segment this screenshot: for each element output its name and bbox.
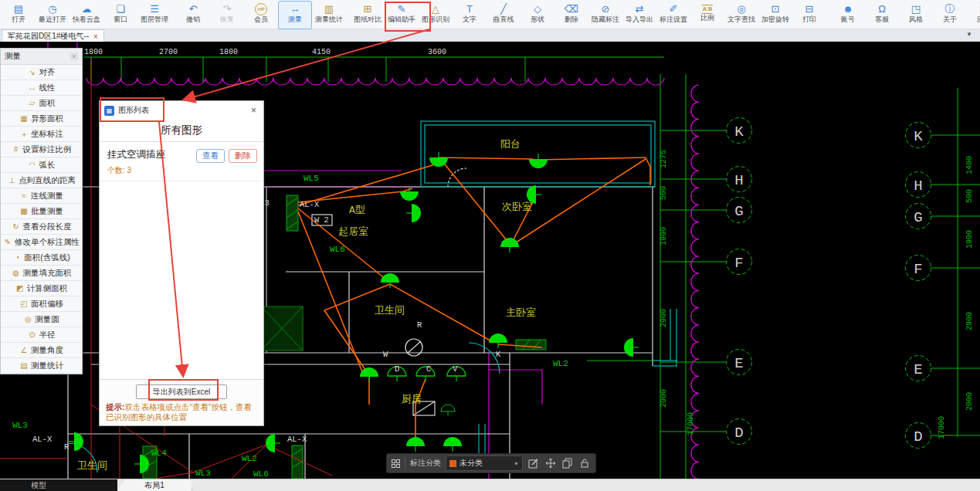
toolbar-button-redo[interactable]: ↷恢复	[210, 1, 244, 29]
measure-tool-线性[interactable]: ↔线性	[1, 80, 82, 96]
measure-tool-icon: ≈	[19, 191, 29, 200]
classify-dropdown[interactable]: 未分类 ▼	[446, 455, 523, 471]
customer-service-icon: Ω	[878, 2, 886, 15]
import-export-icon: ⇄	[636, 2, 644, 15]
measure-tool-label: 测量填充面积	[23, 268, 72, 279]
lock-icon[interactable]	[578, 457, 591, 469]
toolbar-button-about[interactable]: ⓘ关于	[933, 1, 967, 29]
drawing-label: G	[914, 209, 922, 226]
toolbar-button-scale[interactable]: A:B比例	[690, 1, 724, 29]
dialog-titlebar[interactable]: ▦ 图形列表 ×	[100, 101, 263, 120]
toolbar-button-hide-annotations[interactable]: ⊘隐藏标注	[588, 1, 622, 29]
toolbar-button-undo[interactable]: ↶撤销	[176, 1, 210, 29]
hide-annotations-icon: ⊘	[602, 2, 610, 15]
measure-tool-label: 修改单个标注属性	[15, 237, 80, 248]
measure-tool-异形面积[interactable]: ▦异形面积	[1, 111, 82, 127]
measure-tool-label: 设置标注比例	[23, 144, 72, 155]
toolbar-button-measure-stats[interactable]: ▥测量统计	[312, 1, 346, 29]
measure-tool-测量统计[interactable]: ▤测量统计	[1, 358, 82, 374]
graphics-list-row[interactable]: 挂式空调插座个数: 3查看删除	[100, 142, 263, 181]
edit-icon[interactable]	[527, 457, 540, 469]
dialog-close-icon[interactable]: ×	[249, 105, 259, 116]
drawing-label: 1800	[84, 48, 103, 56]
toolbar-button-apps[interactable]: ◫应用	[967, 1, 980, 29]
toolbar-button-layer-manager[interactable]: ☰图层管理	[137, 1, 171, 29]
drawing-label: R	[64, 442, 70, 452]
toolbar-button-print[interactable]: ⊟打印	[792, 1, 826, 29]
export-excel-button[interactable]: 导出列表到Excel	[136, 384, 227, 399]
delete-button[interactable]: 删除	[229, 149, 257, 163]
toolbar-button-annotation-settings[interactable]: ✐标注设置	[656, 1, 690, 29]
move-icon[interactable]	[544, 457, 557, 469]
grid-icon[interactable]	[392, 459, 400, 468]
measure-tool-计算侧面积[interactable]: ◩计算侧面积	[1, 281, 82, 296]
measure-tool-面积(含弧线)[interactable]: ◔面积(含弧线)	[1, 250, 82, 266]
toolbar-button-cloud-drive[interactable]: ☁快看云盘	[70, 1, 103, 29]
view-button[interactable]: 查看	[196, 149, 225, 163]
toolbar-button-shapes[interactable]: ◇形状	[521, 1, 554, 29]
toolbar-button-curve-line[interactable]: ╱曲直线	[487, 1, 521, 29]
dialog-section-header: 所有图形	[100, 120, 263, 142]
toolbar-button-label: 快看云盘	[73, 15, 100, 24]
measure-tool-icon: ◍	[12, 269, 21, 277]
measure-tool-坐标标注[interactable]: ＋坐标标注	[1, 127, 82, 142]
print-icon: ⊟	[805, 2, 814, 15]
measure-tool-对齐[interactable]: ↘对齐	[1, 65, 82, 80]
tab-layout1[interactable]: 布局1	[117, 479, 192, 491]
drawing-label: 卫生间	[375, 305, 405, 317]
tabstrip-dropdown-icon[interactable]: ▼	[966, 31, 972, 38]
measure-tool-连线测量[interactable]: ≈连线测量	[1, 188, 82, 204]
drawing-label: W 2	[314, 215, 329, 225]
sheet-tabbar: 模型 布局1	[0, 479, 980, 491]
document-tab-close-icon[interactable]: ×	[93, 32, 98, 41]
measure-tool-icon: #	[12, 145, 21, 154]
measure-panel-close-icon[interactable]: ×	[70, 52, 78, 60]
classify-value: 未分类	[459, 458, 510, 469]
drawing-label: 主卧室	[506, 306, 536, 319]
document-tab[interactable]: 军苑花园D区1#楼电气-- ×	[2, 29, 104, 42]
measure-tool-半径[interactable]: ⊙半径	[1, 327, 82, 343]
toolbar-button-shape-recognition[interactable]: △图形识别	[419, 1, 453, 29]
toolbar-button-text[interactable]: T文字	[453, 1, 487, 29]
measure-tool-修改单个标注属性[interactable]: ✎修改单个标注属性	[1, 235, 82, 250]
toolbar-button-measure[interactable]: ↔测量	[278, 1, 312, 29]
measure-tool-测量角度[interactable]: ∠测量角度	[1, 343, 82, 358]
tab-model[interactable]: 模型	[0, 479, 117, 491]
measure-tool-测量填充面积[interactable]: ◍测量填充面积	[1, 266, 82, 281]
copy-icon[interactable]	[561, 457, 574, 469]
toolbar-button-import-export[interactable]: ⇄导入导出	[622, 1, 656, 29]
measure-tool-测量圆[interactable]: ◎测量圆	[1, 312, 82, 327]
toolbar-button-recent-files[interactable]: ◷最近打开	[36, 1, 70, 29]
drawing-canvas[interactable]: 1800270018004150360012755001900290020001…	[0, 42, 980, 479]
measure-tool-弧长[interactable]: ◠弧长	[1, 157, 82, 173]
toolbar-button-encrypt-rotate[interactable]: ⊡加密旋转	[758, 1, 792, 29]
toolbar-button-window[interactable]: ❏窗口	[103, 1, 137, 29]
toolbar-button-label: 撤销	[186, 15, 200, 24]
toolbar-button-account[interactable]: ☻账号	[831, 1, 865, 29]
toolbar-button-vip-member[interactable]: VIP会员	[244, 1, 278, 29]
toolbar-button-text-search[interactable]: ◎文字查找	[724, 1, 758, 29]
drawing-label: WL6	[330, 245, 345, 254]
toolbar-button-edit-assistant[interactable]: ✎编辑助手	[385, 1, 419, 29]
measure-tool-设置标注比例[interactable]: #设置标注比例	[1, 142, 82, 157]
drawing-label: 17000	[687, 412, 695, 435]
toolbar-button-delete[interactable]: ⌫删除	[554, 1, 588, 29]
toolbar-button-open[interactable]: ▤打开	[2, 1, 36, 29]
measure-tool-面积偏移[interactable]: ◰面积偏移	[1, 296, 82, 312]
drawing-label: AL-X	[32, 435, 53, 444]
drawing-label: D	[734, 425, 743, 442]
toolbar-button-label: 比例	[700, 14, 714, 22]
toolbar-button-style[interactable]: ◳风格	[899, 1, 933, 29]
drawing-label: K	[914, 128, 923, 145]
measure-tool-查看分段长度[interactable]: ↻查看分段长度	[1, 219, 82, 235]
drawing-label: 1900	[965, 230, 974, 249]
measure-tool-面积[interactable]: ▱面积	[1, 96, 82, 111]
drawing-label: D	[395, 364, 399, 374]
measure-tool-批量测量[interactable]: ▩批量测量	[1, 204, 82, 219]
drawing-label: E	[734, 355, 743, 372]
toolbar-button-drawing-compare[interactable]: ⊞图纸对比	[351, 1, 385, 29]
drawing-label: WL5	[303, 174, 319, 183]
layer-manager-icon: ☰	[150, 2, 159, 15]
toolbar-button-customer-service[interactable]: Ω客服	[865, 1, 899, 29]
measure-tool-点到直线的距离[interactable]: ⊥点到直线的距离	[1, 173, 82, 188]
